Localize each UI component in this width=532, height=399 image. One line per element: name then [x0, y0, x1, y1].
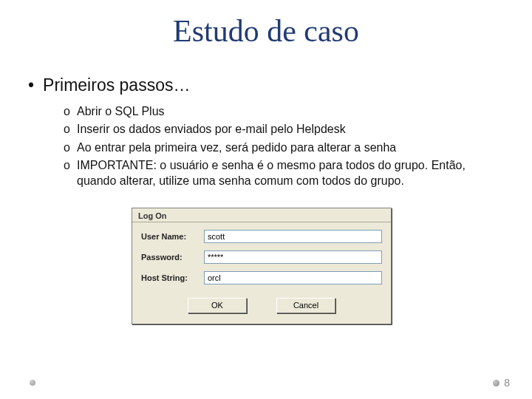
sub-list: o Abrir o SQL Plus o Inserir os dados en…: [64, 104, 504, 188]
circle-bullet-icon: o: [64, 104, 77, 119]
ok-button[interactable]: OK: [188, 298, 247, 313]
list-item: o Ao entrar pela primeira vez, será pedi…: [64, 140, 504, 155]
dialog-screenshot: Log On User Name: scott Password: ***** …: [132, 208, 504, 324]
list-item-text: Abrir o SQL Plus: [77, 104, 165, 119]
password-input[interactable]: *****: [204, 250, 382, 264]
dialog-titlebar: Log On: [132, 208, 391, 222]
slide-footer: 8: [493, 377, 510, 389]
page-number: 8: [504, 377, 510, 389]
username-label: User Name:: [141, 232, 204, 241]
circle-bullet-icon: o: [64, 122, 77, 137]
bullet-dot-icon: •: [28, 75, 34, 95]
host-row: Host String: orcl: [141, 271, 382, 284]
logon-dialog: Log On User Name: scott Password: ***** …: [132, 208, 392, 324]
username-input[interactable]: scott: [204, 230, 382, 243]
list-item-text: Inserir os dados enviados por e-mail pel…: [77, 122, 346, 137]
slide-body: • Primeiros passos… o Abrir o SQL Plus o…: [0, 75, 532, 324]
password-row: Password: *****: [141, 250, 382, 264]
slide-title: Estudo de caso: [0, 13, 532, 49]
footer-dot-icon: [493, 380, 499, 386]
host-label: Host String:: [141, 273, 204, 282]
dialog-buttons: OK Cancel: [141, 292, 382, 321]
cancel-button[interactable]: Cancel: [276, 298, 335, 313]
dialog-body: User Name: scott Password: ***** Host St…: [132, 222, 391, 324]
list-item-text: Ao entrar pela primeira vez, será pedido…: [77, 140, 396, 155]
circle-bullet-icon: o: [64, 158, 77, 173]
password-label: Password:: [141, 253, 204, 262]
decorative-dot-icon: [30, 380, 35, 386]
username-row: User Name: scott: [141, 230, 382, 243]
bullet-heading-text: Primeiros passos…: [43, 75, 190, 95]
list-item: o Inserir os dados enviados por e-mail p…: [64, 122, 504, 137]
list-item-text: IMPORTANTE: o usuário e senha é o mesmo …: [77, 158, 504, 188]
list-item: o IMPORTANTE: o usuário e senha é o mesm…: [64, 158, 504, 188]
circle-bullet-icon: o: [64, 140, 77, 155]
list-item: o Abrir o SQL Plus: [64, 104, 504, 119]
host-input[interactable]: orcl: [204, 271, 382, 284]
bullet-heading: • Primeiros passos…: [28, 75, 504, 95]
